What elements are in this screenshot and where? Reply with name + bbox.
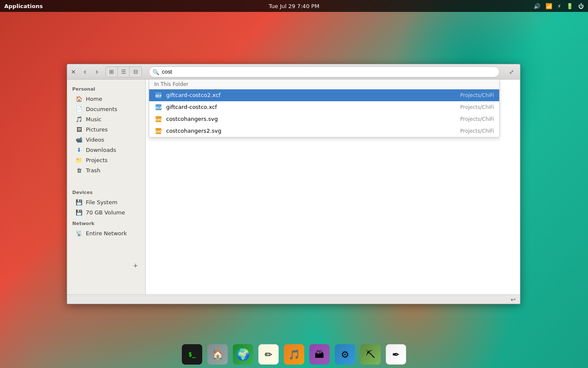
autocomplete-section-label: In This Folder	[149, 80, 499, 89]
file-path-3: Projects/ChiFi	[460, 116, 494, 122]
autocomplete-item[interactable]: SVG costcohangers.svg Projects/ChiFi	[149, 113, 499, 125]
drive-icon: 💾	[76, 209, 82, 216]
sidebar-label-volume: 70 GB Volume	[86, 209, 125, 216]
close-button[interactable]: ✕	[71, 69, 76, 75]
music-player-icon: 🎵	[284, 344, 304, 365]
svg-text:SVG: SVG	[155, 118, 162, 122]
svg-file-icon-1: SVG	[154, 115, 163, 123]
autocomplete-item[interactable]: XCF giftcard-costco2.xcf Projects/ChiFi	[149, 89, 499, 101]
expand-icon: ⤢	[509, 68, 514, 75]
dock-item-terminal[interactable]: $_	[180, 342, 204, 366]
editor-icon: ✏️	[258, 344, 279, 365]
sidebar-item-trash[interactable]: 🗑 Trash	[67, 165, 145, 175]
bluetooth-icon[interactable]: ⚡	[557, 3, 561, 9]
files-icon: 🏠	[207, 344, 228, 365]
documents-icon: 📄	[76, 106, 82, 112]
sidebar-item-downloads[interactable]: ⬇ Downloads	[67, 145, 145, 155]
dock-item-earth[interactable]: 🌍	[231, 342, 255, 366]
autocomplete-dropdown: In This Folder XCF giftcard-costco2.xcf …	[149, 79, 500, 137]
music-icon: 🎵	[76, 116, 82, 123]
svg-text:XCF: XCF	[155, 94, 161, 98]
sidebar-item-volume[interactable]: 💾 70 GB Volume	[67, 207, 145, 217]
sidebar-label-projects: Projects	[86, 157, 107, 163]
sidebar-item-projects[interactable]: 📁 Projects	[67, 155, 145, 165]
autocomplete-item[interactable]: SVG costcohangers2.svg Projects/ChiFi	[149, 125, 499, 137]
file-path-2: Projects/ChiFi	[460, 104, 494, 110]
search-icon: 🔍	[153, 68, 159, 75]
forward-arrow-icon: ›	[96, 67, 98, 76]
dock: $_ 🏠 🌍 ✏️ 🎵 🏔 ⚙️ ⛏ ✒️	[0, 338, 588, 368]
battery-icon[interactable]: 🔋	[566, 3, 573, 9]
taskbar-system-icons: 🔊 📶 ⚡ 🔋 ⏻	[534, 3, 584, 9]
volume-icon[interactable]: 🔊	[534, 3, 540, 9]
dock-item-editor[interactable]: ✏️	[257, 342, 280, 366]
svg-text:XCF: XCF	[155, 106, 161, 110]
dock-item-files[interactable]: 🏠	[206, 342, 229, 366]
icon-view-button[interactable]: ⊞	[106, 67, 118, 77]
file-manager-window: ✕ ‹ › ⊞ ☰ ⊟ 🔍 In Thi	[67, 64, 520, 304]
sidebar: Personal 🏠 Home 📄 Documents 🎵 Music 🖼 Pi…	[67, 80, 146, 294]
list-view-icon: ☰	[121, 68, 126, 75]
file-name-2: giftcard-costco.xcf	[166, 104, 460, 110]
list-view-button[interactable]: ☰	[118, 67, 130, 77]
downloads-icon: ⬇	[76, 146, 82, 153]
add-bookmark-button[interactable]: +	[131, 261, 140, 271]
view-toggle-buttons: ⊞ ☰ ⊟	[105, 66, 142, 77]
sidebar-label-entire-network: Entire Network	[86, 230, 127, 237]
svg-file-icon-2: SVG	[154, 127, 163, 135]
compact-view-icon: ⊟	[133, 68, 138, 75]
inkscape-icon: ✒️	[386, 344, 406, 365]
back-arrow-icon: ‹	[84, 67, 86, 76]
dock-item-inkscape[interactable]: ✒️	[384, 342, 408, 366]
dock-item-settings[interactable]: ⚙️	[333, 342, 357, 366]
dock-item-minecraft[interactable]: ⛏	[359, 342, 382, 366]
earth-icon: 🌍	[233, 344, 253, 365]
sidebar-item-pictures[interactable]: 🖼 Pictures	[67, 124, 145, 134]
back-button[interactable]: ‹	[80, 67, 90, 77]
title-bar: ✕ ‹ › ⊞ ☰ ⊟ 🔍 In Thi	[67, 64, 520, 80]
devices-section-header: Devices	[67, 186, 145, 197]
file-path-4: Projects/ChiFi	[460, 128, 494, 134]
power-icon[interactable]: ⏻	[578, 3, 584, 9]
sidebar-label-home: Home	[86, 96, 102, 102]
compact-view-button[interactable]: ⊟	[130, 67, 141, 77]
sidebar-item-filesystem[interactable]: 💾 File System	[67, 197, 145, 207]
file-name-1: giftcard-costco2.xcf	[166, 92, 460, 98]
clock: Tue Jul 29 7:40 PM	[269, 3, 319, 9]
dock-item-music[interactable]: 🎵	[282, 342, 306, 366]
taskbar: Applications Tue Jul 29 7:40 PM 🔊 📶 ⚡ 🔋 …	[0, 0, 588, 12]
xcf-file-icon-2: XCF	[154, 103, 163, 111]
file-name-3: costcohangers.svg	[166, 116, 460, 122]
forward-button[interactable]: ›	[92, 67, 102, 77]
sidebar-item-home[interactable]: 🏠 Home	[67, 94, 145, 104]
status-bar: ↩	[67, 294, 520, 304]
sidebar-item-videos[interactable]: 📹 Videos	[67, 134, 145, 145]
minecraft-icon: ⛏	[360, 344, 381, 365]
home-icon: 🏠	[76, 95, 82, 102]
wifi-icon[interactable]: 📶	[546, 3, 552, 9]
trash-icon: 🗑	[76, 167, 82, 174]
sidebar-label-documents: Documents	[86, 106, 117, 112]
history-button[interactable]: ↩	[511, 296, 516, 303]
settings-icon: ⚙️	[335, 344, 355, 365]
videos-icon: 📹	[76, 136, 82, 143]
personal-section-header: Personal	[67, 83, 145, 94]
navigation-buttons: ‹ ›	[80, 67, 102, 77]
image-viewer-icon: 🏔	[309, 344, 330, 365]
search-input[interactable]	[149, 66, 500, 77]
file-name-4: costcohangers2.svg	[166, 128, 460, 134]
dock-item-image[interactable]: 🏔	[308, 342, 331, 366]
autocomplete-item[interactable]: XCF giftcard-costco.xcf Projects/ChiFi	[149, 101, 499, 113]
filesystem-icon: 💾	[76, 199, 82, 205]
expand-button[interactable]: ⤢	[506, 67, 517, 77]
terminal-icon: $_	[182, 344, 202, 365]
sidebar-item-music[interactable]: 🎵 Music	[67, 114, 145, 124]
sidebar-item-documents[interactable]: 📄 Documents	[67, 104, 145, 114]
file-path-1: Projects/ChiFi	[460, 92, 494, 98]
sidebar-item-entire-network[interactable]: 📡 Entire Network	[67, 228, 145, 238]
projects-icon: 📁	[76, 157, 82, 163]
network-section-header: Network	[67, 217, 145, 228]
pictures-icon: 🖼	[76, 126, 82, 133]
applications-menu[interactable]: Applications	[4, 3, 43, 9]
search-container: 🔍 In This Folder XCF giftcard-costco2.xc…	[149, 66, 500, 77]
